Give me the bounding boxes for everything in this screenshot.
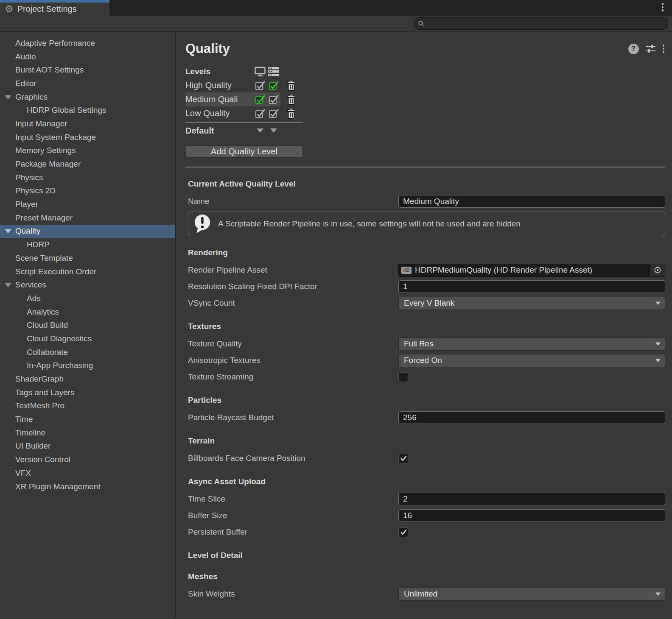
sidebar-item-physics-2d[interactable]: Physics 2D (0, 184, 175, 198)
level-name: High Quality (185, 81, 253, 90)
expand-triangle-icon (5, 95, 11, 99)
checkbox-checked-green-icon (255, 94, 266, 105)
default-platform-dropdown-icon[interactable] (270, 128, 277, 133)
search-icon (418, 20, 425, 27)
sidebar-item-script-execution-order[interactable]: Script Execution Order (0, 265, 175, 279)
add-quality-level-button[interactable]: Add Quality Level (185, 145, 303, 158)
level-platform-checkbox[interactable] (267, 94, 280, 105)
sidebar-item-hdrp-global-settings[interactable]: HDRP Global Settings (0, 103, 175, 117)
texture-streaming-checkbox[interactable] (398, 372, 408, 382)
delete-level-button[interactable] (286, 94, 296, 105)
quality-levels-table: Levels (185, 64, 672, 158)
section-heading: Terrain (188, 436, 672, 446)
buffer-size-input[interactable] (398, 509, 665, 522)
trash-icon (286, 94, 296, 105)
panel-kebab-menu-icon[interactable] (663, 45, 665, 53)
current-active-quality-section: Current Active Quality Level Name A Scri… (185, 179, 672, 236)
delete-level-button[interactable] (286, 80, 296, 91)
toolbar (0, 16, 672, 32)
render-pipeline-asset-field[interactable]: HD HDRPMediumQuality (HD Render Pipeline… (398, 264, 665, 277)
skin-weights-dropdown[interactable]: Unlimited (398, 588, 665, 601)
sidebar-item-cloud-build[interactable]: Cloud Build (0, 318, 175, 332)
sidebar-item-input-system-package[interactable]: Input System Package (0, 131, 175, 144)
sidebar-item-analytics[interactable]: Analytics (0, 305, 175, 319)
billboards-face-camera-checkbox[interactable] (398, 454, 408, 463)
section-heading: Current Active Quality Level (188, 179, 672, 189)
checkbox-checked-gray-icon (268, 108, 279, 119)
sidebar-item-burst-aot-settings[interactable]: Burst AOT Settings (0, 63, 175, 77)
object-picker-button[interactable] (650, 264, 665, 276)
help-icon[interactable]: ? (628, 44, 639, 54)
sidebar-item-input-manager[interactable]: Input Manager (0, 117, 175, 131)
vsync-count-value: Every V Blank (404, 298, 454, 308)
texture-quality-dropdown[interactable]: Full Res (398, 337, 665, 351)
particle-raycast-budget-input[interactable] (398, 411, 665, 424)
sidebar-item-timeline[interactable]: Timeline (0, 426, 175, 440)
sidebar-item-quality[interactable]: Quality (0, 225, 175, 238)
sidebar-item-version-control[interactable]: Version Control (0, 453, 175, 466)
checkbox-checked-gray-icon (255, 80, 266, 91)
gear-icon: ⚙ (5, 4, 14, 14)
tab-title: Project Settings (17, 4, 77, 14)
level-platform-checkbox[interactable] (267, 80, 280, 91)
level-desktop-checkbox[interactable] (253, 94, 267, 105)
texture-quality-label: Texture Quality (188, 339, 398, 349)
search-box[interactable] (414, 17, 668, 30)
sidebar-item-hdrp[interactable]: HDRP (0, 238, 175, 251)
settings-sidebar: Adaptive Performance Audio Burst AOT Set… (0, 32, 176, 618)
sidebar-item-ads[interactable]: Ads (0, 292, 175, 305)
sidebar-item-memory-settings[interactable]: Memory Settings (0, 144, 175, 158)
quality-level-row: Medium Quali (185, 92, 672, 106)
sidebar-item-time[interactable]: Time (0, 413, 175, 426)
srp-info-text: A Scriptable Render Pipeline is in use, … (218, 219, 521, 229)
skin-weights-label: Skin Weights (188, 589, 398, 599)
sidebar-item-in-app-purchasing[interactable]: In-App Purchasing (0, 359, 175, 373)
search-input[interactable] (427, 20, 668, 28)
time-slice-label: Time Slice (188, 494, 398, 504)
sidebar-item-ui-builder[interactable]: UI Builder (0, 440, 175, 453)
vsync-count-dropdown[interactable]: Every V Blank (398, 297, 665, 310)
exclamation-icon (193, 214, 211, 234)
delete-level-button[interactable] (286, 108, 296, 119)
sidebar-item-scene-template[interactable]: Scene Template (0, 251, 175, 265)
checkbox-checked-green-icon (268, 80, 279, 91)
other-platforms-icon (268, 67, 279, 77)
level-desktop-checkbox[interactable] (253, 80, 267, 91)
sidebar-item-tags-and-layers[interactable]: Tags and Layers (0, 386, 175, 399)
persistent-buffer-checkbox[interactable] (398, 527, 408, 537)
window-kebab-menu-icon[interactable] (662, 3, 664, 11)
checkbox-checked-gray-icon (255, 108, 266, 119)
presets-icon[interactable] (645, 44, 656, 54)
sidebar-item-preset-manager[interactable]: Preset Manager (0, 211, 175, 225)
section-heading: Textures (188, 322, 672, 331)
anisotropic-textures-dropdown[interactable]: Forced On (398, 354, 665, 367)
quality-name-input[interactable] (398, 195, 665, 208)
sidebar-item-package-manager[interactable]: Package Manager (0, 157, 175, 171)
sidebar-item-physics[interactable]: Physics (0, 171, 175, 184)
sidebar-item-editor[interactable]: Editor (0, 77, 175, 90)
time-slice-input[interactable] (398, 493, 665, 505)
level-desktop-checkbox[interactable] (253, 108, 267, 119)
check-icon (400, 528, 407, 536)
sidebar-item-collaborate[interactable]: Collaborate (0, 346, 175, 359)
expand-triangle-icon (5, 229, 11, 234)
sidebar-item-player[interactable]: Player (0, 198, 175, 211)
sidebar-item-audio[interactable]: Audio (0, 50, 175, 64)
page-title: Quality (185, 41, 230, 56)
sidebar-item-cloud-diagnostics[interactable]: Cloud Diagnostics (0, 332, 175, 346)
sidebar-item-graphics[interactable]: Graphics (0, 90, 175, 104)
default-desktop-dropdown-icon[interactable] (257, 128, 263, 133)
tab-project-settings[interactable]: ⚙ Project Settings (0, 0, 109, 16)
section-heading: Async Asset Upload (188, 477, 672, 486)
level-platform-checkbox[interactable] (267, 108, 280, 119)
sidebar-item-vfx[interactable]: VFX (0, 466, 175, 480)
textures-section: Textures Texture Quality Full Res Anisot… (185, 322, 672, 384)
sidebar-item-textmesh-pro[interactable]: TextMesh Pro (0, 399, 175, 413)
dpi-factor-input[interactable] (398, 280, 665, 293)
section-heading: Rendering (188, 248, 672, 257)
section-heading: Particles (188, 396, 672, 405)
sidebar-item-services[interactable]: Services (0, 278, 175, 292)
sidebar-item-xr-plugin-management[interactable]: XR Plugin Management (0, 480, 175, 494)
sidebar-item-shadergraph[interactable]: ShaderGraph (0, 372, 175, 386)
sidebar-item-adaptive-performance[interactable]: Adaptive Performance (0, 36, 175, 50)
